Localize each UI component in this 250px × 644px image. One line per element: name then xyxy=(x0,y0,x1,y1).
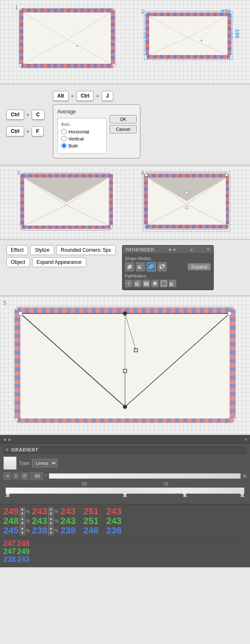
svg-rect-8 xyxy=(23,13,111,64)
envelope-4 xyxy=(142,171,232,233)
col1-g-down[interactable]: ▼ xyxy=(20,521,25,526)
both-option[interactable]: Both xyxy=(61,143,103,148)
pf-merge-icon[interactable] xyxy=(142,280,150,287)
col2-b-arrows: ▲ ▼ xyxy=(48,526,54,535)
col2-b-up[interactable]: ▲ xyxy=(48,526,54,531)
vertical-option[interactable]: Vertical xyxy=(61,136,103,141)
col1-percent-label: % xyxy=(26,509,30,514)
average-combo: Alt + Ctrl + J xyxy=(53,91,244,101)
unite-icon[interactable] xyxy=(125,262,134,271)
intersect-icon[interactable] xyxy=(147,262,156,271)
svg-rect-55 xyxy=(144,174,148,224)
col1-b-down[interactable]: ▼ xyxy=(20,531,25,535)
key-combos: Ctrl + C Ctrl + F xyxy=(6,91,45,158)
col2-r-down[interactable]: ▼ xyxy=(48,512,54,516)
pf-minus-back-icon[interactable] xyxy=(169,280,176,287)
ctrl-key-3[interactable]: Ctrl xyxy=(76,91,94,101)
vertical-radio[interactable] xyxy=(61,136,67,141)
color-values-section: 249 ▲ ▼ % 248 ▲ ▼ % 245 xyxy=(0,504,250,567)
bottom-b1: 238 xyxy=(3,556,16,563)
col2-g-down[interactable]: ▼ xyxy=(48,521,54,526)
col1-g-up[interactable]: ▲ xyxy=(20,517,25,521)
col2-g-up[interactable]: ▲ xyxy=(48,517,54,521)
alt-key[interactable]: Alt xyxy=(53,91,69,101)
gradient-reverse-icon[interactable] xyxy=(3,472,11,480)
width-dimension: 270 xyxy=(221,8,230,15)
both-radio[interactable] xyxy=(61,143,67,148)
gradient-type-row: Type: Linear xyxy=(3,456,247,470)
svg-rect-94 xyxy=(230,310,235,418)
axis-label: Axis xyxy=(61,122,103,127)
svg-point-29 xyxy=(201,40,202,41)
top-stop-0[interactable] xyxy=(5,494,10,497)
ctrl-key-2[interactable]: Ctrl xyxy=(6,126,24,136)
plus-3: + xyxy=(71,93,74,99)
gradient-close[interactable]: ✕ xyxy=(244,437,248,442)
pf-crop-icon[interactable] xyxy=(151,280,159,287)
gradient-type-select[interactable]: Linear xyxy=(32,459,58,467)
c-key[interactable]: C xyxy=(32,110,45,120)
ok-button[interactable]: OK xyxy=(110,115,136,123)
cancel-button[interactable]: Cancel xyxy=(110,125,136,133)
pf-trim-icon[interactable] xyxy=(134,280,141,287)
col1-r-arrows: ▲ ▼ xyxy=(20,507,25,516)
f-key[interactable]: F xyxy=(32,126,44,136)
envelope-3-wrapper: 3 xyxy=(18,171,114,234)
gradient-panel: ◄ ► ✕ ⊕ GRADIENT Type: Linear xyxy=(0,435,250,567)
horizontal-radio[interactable] xyxy=(61,129,67,134)
svg-rect-70 xyxy=(140,264,143,268)
effect-button[interactable]: Effect xyxy=(6,245,28,255)
col5-b: 238 xyxy=(106,526,127,535)
bottom-color-values: 247 249 247 249 238 243 xyxy=(3,538,247,565)
gradient-scroll-left[interactable]: ◄ ► xyxy=(2,437,12,442)
ctrl-key-1[interactable]: Ctrl xyxy=(6,110,24,120)
expand-appearance-button[interactable]: Expand Appearance xyxy=(32,257,86,267)
step3-number: 3 xyxy=(17,170,20,176)
col2-r-value: 243 xyxy=(32,507,48,516)
pf-outline-icon[interactable] xyxy=(160,280,168,287)
object-button[interactable]: Object xyxy=(6,257,30,267)
top-stop-50[interactable] xyxy=(123,494,127,497)
stylize-button[interactable]: Stylize xyxy=(30,245,54,255)
top-stop-100[interactable] xyxy=(240,494,245,497)
expand-button[interactable]: Expand xyxy=(188,263,210,271)
gradient-minibar xyxy=(49,473,241,479)
plus-2: + xyxy=(26,128,30,135)
horizontal-label: Horizontal xyxy=(69,129,90,134)
shape-modes-row: Expand xyxy=(125,262,211,271)
col1-r-up[interactable]: ▲ xyxy=(20,507,25,511)
svg-rect-83 xyxy=(161,281,166,286)
col1-percent-b: % xyxy=(26,529,30,533)
type-selector-group: Type: Linear xyxy=(19,459,58,467)
horizontal-option[interactable]: Horizontal xyxy=(61,129,103,134)
gradient-preview-swatch xyxy=(3,456,17,470)
gradient-angle-input[interactable]: -90 xyxy=(30,472,43,480)
close-icon[interactable]: ✕ xyxy=(206,247,210,252)
bottom-g2: 249 xyxy=(17,548,30,555)
top-stop-75[interactable] xyxy=(183,494,187,497)
j-key[interactable]: J xyxy=(102,91,114,101)
color-col-3: 243 243 238 xyxy=(60,507,81,535)
col2-b-down[interactable]: ▼ xyxy=(48,531,54,535)
col1-b-up[interactable]: ▲ xyxy=(20,526,25,531)
gradient-header-row: ⊕ GRADIENT xyxy=(3,446,247,454)
col1-r-down[interactable]: ▼ xyxy=(20,512,25,516)
exclude-icon[interactable] xyxy=(158,262,167,271)
bottom-b-row: 238 243 xyxy=(3,556,247,563)
gradient-track[interactable] xyxy=(5,487,245,494)
col4-b: 246 xyxy=(83,526,104,535)
svg-rect-37 xyxy=(22,174,110,178)
col2-r-up[interactable]: ▲ xyxy=(48,507,54,511)
minus-front-icon[interactable] xyxy=(136,262,145,271)
color-col-1: 249 ▲ ▼ % 248 ▲ ▼ % 245 xyxy=(3,507,30,535)
svg-rect-65 xyxy=(225,174,228,176)
col4-g: 251 xyxy=(83,516,104,526)
slider-val2: 75 xyxy=(163,481,168,486)
gradient-icon2[interactable] xyxy=(21,472,28,480)
rounded-corners-button[interactable]: Rounded Corners: 5px xyxy=(56,245,116,255)
menu-icon[interactable]: ≡ xyxy=(190,247,192,252)
pf-divide-icon[interactable] xyxy=(125,280,132,287)
percent-unit: % xyxy=(242,474,247,479)
angle-unit: ° xyxy=(45,474,47,479)
col2-g-row: 243 ▲ ▼ % xyxy=(32,516,59,526)
